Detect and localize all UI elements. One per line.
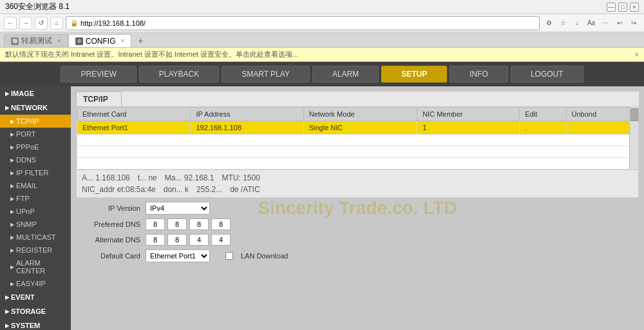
browser-tabs: 🔄 转易测试 × ⚙ CONFIG × + [0, 32, 644, 48]
preferred-dns-3[interactable]: 8 [189, 218, 209, 230]
forward-icon[interactable]: ↪ [627, 17, 640, 30]
lan-download-checkbox[interactable] [225, 252, 233, 260]
info-bar-close[interactable]: × [634, 50, 639, 59]
lower-item-de: de /ATIC [230, 185, 260, 194]
cell-ethernet-card: Ethernet Port1 [77, 121, 191, 135]
preferred-dns-label: Preferred DNS [76, 220, 140, 228]
sidebar-item-ddns[interactable]: ▶ DDNS [0, 153, 71, 166]
settings-icon[interactable]: ⚙ [542, 17, 555, 30]
download-icon[interactable]: ↓ [571, 17, 583, 30]
sidebar-item-pppoe[interactable]: ▶ PPPoE [0, 141, 71, 153]
tab-translate[interactable]: 🔄 转易测试 × [4, 34, 68, 47]
col-nic-member: NIC Member [417, 108, 520, 121]
cell-ip-address: 192.168.1.108 [191, 121, 303, 135]
browser-toolbar: ← → ↺ ⌂ 🔒 http://192.168.1.108/ ⚙ ☆ ↓ Aa… [0, 14, 644, 32]
sidebar-arrow-storage: ▶ [5, 309, 9, 315]
browser-maximize[interactable]: □ [618, 3, 627, 12]
sidebar-item-email[interactable]: ▶ EMAIL [0, 179, 71, 192]
sidebar-arrow-system: ▶ [5, 323, 9, 329]
tab-close-1[interactable]: × [57, 37, 61, 44]
scroll-indicator[interactable] [629, 107, 638, 170]
scroll-thumb[interactable] [630, 108, 638, 121]
sidebar-arrow-ipfilter: ▶ [10, 170, 14, 176]
tab-config[interactable]: ⚙ CONFIG × [68, 34, 132, 47]
info-bar-text: 默认情况下现在关闭 Intranet 设置。Intranet 设置不如 Inte… [5, 50, 298, 59]
sidebar-item-system[interactable]: ▶ SYSTEM [0, 318, 71, 330]
sidebar-arrow-upnp: ▶ [10, 209, 14, 215]
col-network-mode: Network Mode [303, 108, 417, 121]
sidebar-item-ftp[interactable]: ▶ FTP [0, 192, 71, 205]
table-row[interactable]: Ethernet Port1 192.168.1.108 Single NIC … [77, 121, 638, 135]
empty-row-1 [77, 135, 638, 146]
sidebar-item-easy4ip[interactable]: ▶ EASY4IP [0, 277, 71, 290]
lower-row-1: A... 1.168.108 t... ne Ma... 92.168.1 MT… [82, 172, 633, 184]
ethernet-table: Ethernet Card IP Address Network Mode NI… [77, 107, 638, 170]
new-tab-button[interactable]: + [134, 34, 147, 47]
nav-forward[interactable]: → [19, 17, 32, 30]
preferred-dns-2[interactable]: 8 [167, 218, 187, 230]
nav-home[interactable]: ⌂ [50, 17, 63, 30]
nav-tab-alarm[interactable]: ALARM [312, 66, 379, 82]
address-shield: 🔒 [70, 19, 78, 26]
browser-titlebar: 360安全浏览器 8.1 — □ × [0, 0, 644, 14]
nav-back[interactable]: ← [4, 17, 17, 30]
col-unbond: Unbond [566, 108, 638, 121]
nav-tab-smart-play[interactable]: SMART PLAY [222, 66, 310, 82]
lower-item-255: 255.2... [196, 185, 222, 194]
alternate-dns-3[interactable]: 4 [189, 234, 209, 246]
ip-version-row: IP Version IPv4 IPv6 [76, 202, 639, 215]
nav-tab-info[interactable]: INFO [450, 66, 508, 82]
cell-edit[interactable]: . [520, 121, 566, 135]
main-content: ▶ IMAGE ▶ NETWORK ▶ TCP/IP ▶ PORT ▶ PPPo… [0, 86, 644, 330]
nav-tab-playback[interactable]: PLAYBACK [139, 66, 219, 82]
nav-tab-logout[interactable]: LOGOUT [511, 66, 583, 82]
nav-tab-setup[interactable]: SETUP [381, 66, 447, 82]
sidebar-item-image[interactable]: ▶ IMAGE [0, 86, 71, 101]
preferred-dns-4[interactable]: 8 [211, 218, 231, 230]
sidebar-arrow-alarm-center: ▶ [10, 264, 14, 270]
sidebar-item-tcpip[interactable]: ▶ TCP/IP [0, 115, 71, 128]
browser-close[interactable]: × [630, 3, 639, 12]
ip-version-select[interactable]: IPv4 IPv6 [146, 202, 210, 215]
lower-item-t: t... ne [138, 173, 157, 182]
lower-item-a: A... 1.168.108 [82, 173, 130, 182]
sidebar-arrow-port: ▶ [10, 131, 14, 137]
sidebar-item-multicast[interactable]: ▶ MULTICAST [0, 231, 71, 244]
ip-version-label: IP Version [76, 204, 140, 212]
top-nav: PREVIEW PLAYBACK SMART PLAY ALARM SETUP … [0, 62, 644, 86]
sidebar-item-register[interactable]: ▶ REGISTER [0, 244, 71, 257]
panel-title: TCP/IP [76, 92, 122, 106]
sidebar-item-network[interactable]: ▶ NETWORK [0, 101, 71, 115]
sidebar-item-alarm-center[interactable]: ▶ ALARM CENTER [0, 257, 71, 277]
translate-icon[interactable]: Aa [585, 17, 598, 30]
sidebar-arrow-ddns: ▶ [10, 157, 14, 163]
sidebar-item-port[interactable]: ▶ PORT [0, 128, 71, 141]
sidebar-arrow-network: ▶ [5, 105, 9, 111]
tab-close-2[interactable]: × [121, 37, 125, 44]
alternate-dns-1[interactable]: 8 [146, 234, 165, 246]
sidebar-arrow-multicast: ▶ [10, 235, 14, 240]
tab-label-2: CONFIG [86, 37, 116, 46]
address-bar[interactable]: 🔒 http://192.168.1.108/ [66, 16, 540, 30]
more-icon[interactable]: ⋯ [599, 17, 612, 30]
sidebar-arrow-easy4ip: ▶ [10, 281, 14, 287]
content-panel: TCP/IP Ethernet Card IP Address Network … [76, 92, 639, 198]
sidebar-item-event[interactable]: ▶ EVENT [0, 290, 71, 304]
nav-tab-preview[interactable]: PREVIEW [61, 66, 136, 82]
lower-item-mtu: MTU: 1500 [222, 173, 260, 182]
browser-minimize[interactable]: — [607, 3, 616, 12]
alternate-dns-2[interactable]: 8 [167, 234, 187, 246]
sidebar-item-upnp[interactable]: ▶ UPnP [0, 205, 71, 218]
nav-refresh[interactable]: ↺ [35, 17, 48, 30]
sidebar-item-storage[interactable]: ▶ STORAGE [0, 304, 71, 318]
star-icon[interactable]: ☆ [556, 17, 569, 30]
sidebar-item-ipfilter[interactable]: ▶ IP FILTER [0, 166, 71, 179]
sidebar-arrow-register: ▶ [10, 248, 14, 253]
back-icon[interactable]: ↩ [613, 17, 626, 30]
sidebar: ▶ IMAGE ▶ NETWORK ▶ TCP/IP ▶ PORT ▶ PPPo… [0, 86, 71, 330]
preferred-dns-value: 8 8 8 8 [146, 218, 231, 230]
alternate-dns-4[interactable]: 4 [211, 234, 231, 246]
preferred-dns-1[interactable]: 8 [146, 218, 165, 230]
sidebar-item-snmp[interactable]: ▶ SNMP [0, 218, 71, 231]
default-card-select[interactable]: Ethernet Port1 [146, 249, 210, 262]
